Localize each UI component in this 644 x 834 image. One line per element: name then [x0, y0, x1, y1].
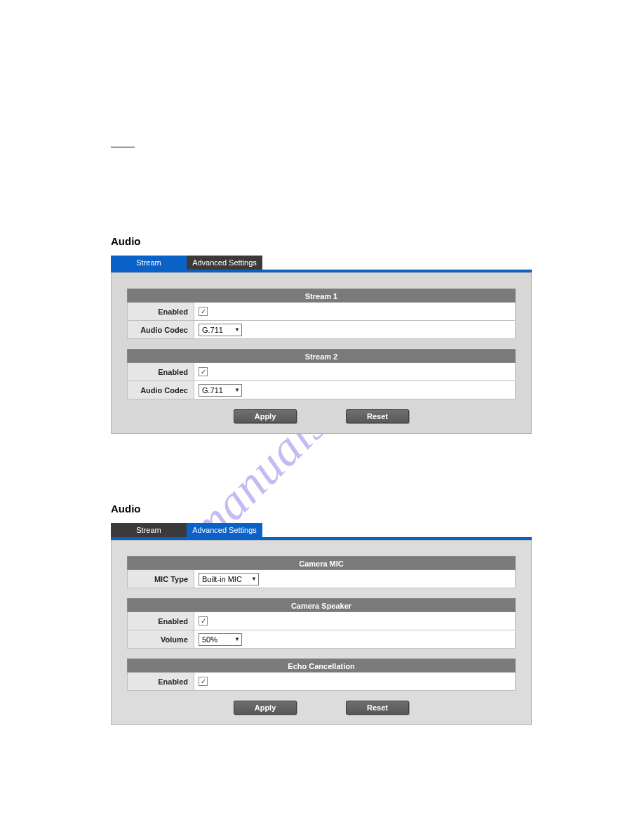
stream2-codec-row: Audio Codec G.711: [127, 381, 516, 399]
speaker-enabled-label: Enabled: [128, 612, 194, 630]
apply-button[interactable]: Apply: [234, 409, 297, 423]
stream2-group: Stream 2 Enabled ✓ Audio Codec G.711: [127, 349, 516, 399]
speaker-volume-select[interactable]: 50%: [199, 633, 242, 646]
stream2-codec-select[interactable]: G.711: [199, 384, 242, 397]
stream-settings-panel: Stream 1 Enabled ✓ Audio Codec G.711 Str…: [111, 272, 532, 434]
audio-advanced-panel: Audio Stream Advanced Settings Camera MI…: [111, 503, 532, 725]
stream2-enabled-row: Enabled ✓: [127, 363, 516, 381]
divider-line: [111, 147, 135, 147]
section-title-audio-1: Audio: [111, 235, 532, 247]
speaker-volume-label: Volume: [128, 630, 194, 648]
stream1-codec-row: Audio Codec G.711: [127, 321, 516, 339]
mic-type-label: MIC Type: [128, 570, 194, 588]
button-row-2: Apply Reset: [127, 701, 516, 715]
reset-button-2[interactable]: Reset: [346, 701, 409, 715]
mic-type-select[interactable]: Built-in MIC: [199, 573, 259, 585]
section-title-audio-2: Audio: [111, 503, 532, 515]
speaker-volume-field: 50%: [194, 630, 515, 648]
mic-type-field: Built-in MIC: [194, 570, 515, 588]
audio-stream-panel: Audio Stream Advanced Settings Stream 1 …: [111, 235, 532, 434]
camera-mic-header: Camera MIC: [127, 556, 516, 570]
echo-cancellation-header: Echo Cancellation: [127, 658, 516, 673]
stream1-codec-select[interactable]: G.711: [199, 324, 242, 336]
stream1-enabled-checkbox[interactable]: ✓: [199, 307, 208, 316]
apply-button-2[interactable]: Apply: [234, 701, 297, 715]
tabbar-2: Stream Advanced Settings: [111, 523, 532, 537]
stream2-header: Stream 2: [127, 349, 516, 363]
tab-stream[interactable]: Stream: [111, 256, 187, 270]
echo-enabled-checkbox[interactable]: ✓: [199, 677, 208, 686]
stream1-enabled-row: Enabled ✓: [127, 303, 516, 321]
stream1-codec-label: Audio Codec: [128, 321, 194, 338]
stream1-header: Stream 1: [127, 289, 516, 303]
camera-speaker-group: Camera Speaker Enabled ✓ Volume 50%: [127, 598, 516, 649]
camera-mic-group: Camera MIC MIC Type Built-in MIC: [127, 556, 516, 588]
echo-enabled-field: ✓: [194, 673, 515, 690]
stream1-enabled-label: Enabled: [128, 303, 194, 320]
button-row-1: Apply Reset: [127, 409, 516, 423]
stream1-enabled-field: ✓: [194, 303, 515, 320]
echo-enabled-label: Enabled: [128, 673, 194, 690]
echo-cancellation-group: Echo Cancellation Enabled ✓: [127, 658, 516, 691]
speaker-enabled-checkbox[interactable]: ✓: [199, 616, 208, 626]
stream2-enabled-checkbox[interactable]: ✓: [199, 367, 208, 376]
tabbar-1: Stream Advanced Settings: [111, 256, 532, 270]
stream1-codec-field: G.711: [194, 321, 515, 338]
speaker-volume-row: Volume 50%: [127, 630, 516, 649]
tab-advanced-settings[interactable]: Advanced Settings: [187, 256, 262, 270]
stream1-group: Stream 1 Enabled ✓ Audio Codec G.711: [127, 289, 516, 339]
camera-speaker-header: Camera Speaker: [127, 598, 516, 612]
speaker-enabled-field: ✓: [194, 612, 515, 630]
advanced-settings-panel: Camera MIC MIC Type Built-in MIC Camera …: [111, 540, 532, 725]
stream2-enabled-label: Enabled: [128, 363, 194, 380]
echo-enabled-row: Enabled ✓: [127, 673, 516, 691]
stream2-enabled-field: ✓: [194, 363, 515, 380]
mic-type-row: MIC Type Built-in MIC: [127, 570, 516, 588]
tab-stream-2[interactable]: Stream: [111, 523, 187, 537]
speaker-enabled-row: Enabled ✓: [127, 612, 516, 630]
reset-button[interactable]: Reset: [346, 409, 409, 423]
stream2-codec-label: Audio Codec: [128, 381, 194, 399]
stream2-codec-field: G.711: [194, 381, 515, 399]
tab-advanced-settings-2[interactable]: Advanced Settings: [187, 523, 262, 537]
